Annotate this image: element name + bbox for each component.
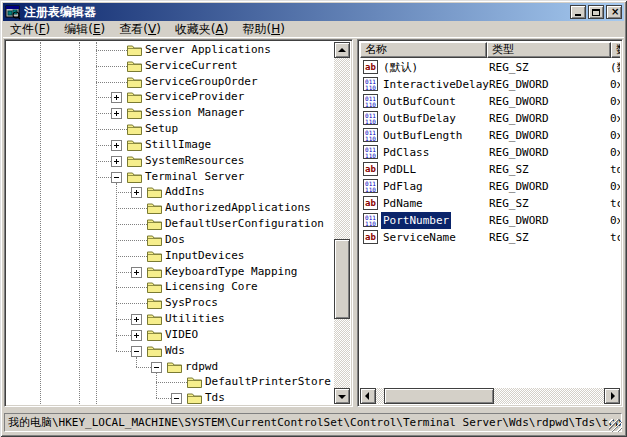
tree-node-label[interactable]: rdpwd — [185, 359, 218, 375]
tree-node[interactable]: DefaultPrinterStore — [7, 374, 334, 390]
value-row[interactable]: abPdDLLREG_SZtd — [360, 161, 620, 178]
tree-node[interactable]: Utilities — [7, 311, 334, 327]
value-row[interactable]: 011110InteractiveDelayREG_DWORD0x — [360, 76, 620, 93]
close-button[interactable]: × — [606, 5, 622, 19]
tree-node-label[interactable]: StillImage — [145, 137, 211, 153]
tree-node[interactable]: Setup — [7, 121, 334, 137]
value-name[interactable]: (默认) — [381, 59, 420, 76]
menu-item-3[interactable]: 收藏夹(A) — [168, 20, 236, 39]
value-row[interactable]: abServiceNameREG_SZtc — [360, 229, 620, 246]
collapse-minus-icon[interactable] — [151, 362, 162, 373]
tree-node[interactable]: Licensing Core — [7, 279, 334, 295]
tree-node-label[interactable]: DefaultPrinterStore — [205, 374, 331, 390]
tree-node-label[interactable]: Server Applications — [145, 42, 271, 58]
value-name[interactable]: PdClass — [381, 144, 431, 161]
tree-node-label[interactable]: Session Manager — [145, 105, 244, 121]
value-row[interactable]: 011110PdClassREG_DWORD0x — [360, 144, 620, 161]
scroll-down-button[interactable] — [334, 388, 350, 404]
tree-scroll-thumb[interactable] — [334, 239, 350, 319]
expand-plus-icon[interactable] — [131, 314, 142, 325]
tree-node-label[interactable]: Licensing Core — [165, 279, 258, 295]
collapse-minus-icon[interactable] — [171, 393, 182, 404]
value-row[interactable]: 011110OutBufDelayREG_DWORD0x — [360, 110, 620, 127]
tree-node-label[interactable]: ServiceCurrent — [145, 58, 238, 74]
tree-node[interactable]: AuthorizedApplications — [7, 200, 334, 216]
value-name[interactable]: ServiceName — [381, 229, 458, 246]
menu-item-2[interactable]: 查看(V) — [112, 20, 168, 39]
tree-node-label[interactable]: ServiceGroupOrder — [145, 74, 258, 90]
column-header-0[interactable]: 名称 — [360, 42, 487, 58]
tree-node-label[interactable]: ServiceProvider — [145, 89, 244, 105]
value-name[interactable]: PortNumber — [381, 212, 451, 229]
expand-plus-icon[interactable] — [111, 92, 122, 103]
value-name[interactable]: InteractiveDelay — [381, 76, 491, 93]
tree-node[interactable]: Session Manager — [7, 105, 334, 121]
menu-item-1[interactable]: 编辑(E) — [57, 20, 112, 39]
tree-node-label[interactable]: Setup — [145, 121, 178, 137]
expand-plus-icon[interactable] — [131, 330, 142, 341]
tree-node[interactable]: StillImage — [7, 137, 334, 153]
value-name[interactable]: PdName — [381, 195, 425, 212]
tree-node[interactable]: Dos — [7, 232, 334, 248]
tree-node[interactable]: rdpwd — [7, 359, 334, 375]
collapse-minus-icon[interactable] — [111, 172, 122, 183]
column-header-1[interactable]: 类型 — [487, 42, 611, 58]
value-name[interactable]: OutBufCount — [381, 93, 458, 110]
list-scroll-thumb[interactable] — [384, 388, 494, 404]
tree-node-label[interactable]: DefaultUserConfiguration — [165, 216, 324, 232]
tree-node[interactable]: DefaultUserConfiguration — [7, 216, 334, 232]
tree-node-label[interactable]: Terminal Server — [145, 169, 244, 185]
column-header-2[interactable]: 数据 — [611, 42, 620, 58]
tree-node-label[interactable]: InputDevices — [165, 248, 244, 264]
tree-node-label[interactable]: Tds — [205, 390, 225, 404]
tree-node[interactable]: Server Applications — [7, 42, 334, 58]
tree-node[interactable]: SysProcs — [7, 295, 334, 311]
tree-node[interactable]: ServiceGroupOrder — [7, 74, 334, 90]
tree-node[interactable]: Tds — [7, 390, 334, 404]
value-name[interactable]: OutBufLength — [381, 127, 464, 144]
tree-vertical-scrollbar[interactable] — [334, 42, 350, 404]
scroll-right-button[interactable] — [604, 388, 620, 404]
resize-grip[interactable] — [609, 419, 622, 432]
value-row[interactable]: 011110OutBufCountREG_DWORD0x — [360, 93, 620, 110]
tree-node[interactable]: ServiceProvider — [7, 89, 334, 105]
value-row[interactable]: 011110PortNumberREG_DWORD0x — [360, 212, 620, 229]
collapse-minus-icon[interactable] — [131, 346, 142, 357]
titlebar[interactable]: 注册表编辑器 × — [3, 3, 624, 21]
tree-node[interactable]: Wds — [7, 343, 334, 359]
tree-node[interactable]: SystemResources — [7, 153, 334, 169]
tree-node[interactable]: VIDEO — [7, 327, 334, 343]
value-name[interactable]: PdDLL — [381, 161, 418, 178]
tree-node-label[interactable]: VIDEO — [165, 327, 198, 343]
tree-node[interactable]: AddIns — [7, 184, 334, 200]
maximize-button[interactable] — [588, 5, 604, 19]
tree-node[interactable]: InputDevices — [7, 248, 334, 264]
expand-plus-icon[interactable] — [131, 267, 142, 278]
expand-plus-icon[interactable] — [111, 156, 122, 167]
tree-node-label[interactable]: SysProcs — [165, 295, 218, 311]
menu-item-0[interactable]: 文件(F) — [3, 20, 57, 39]
tree-node-label[interactable]: Wds — [165, 343, 185, 359]
menu-item-4[interactable]: 帮助(H) — [235, 20, 291, 39]
tree-node-label[interactable]: AuthorizedApplications — [165, 200, 311, 216]
tree-node-label[interactable]: Utilities — [165, 311, 225, 327]
scroll-up-button[interactable] — [334, 42, 350, 58]
expand-plus-icon[interactable] — [111, 108, 122, 119]
tree-node-label[interactable]: KeyboardType Mapping — [165, 264, 297, 280]
tree-node-label[interactable]: AddIns — [165, 184, 205, 200]
tree-node[interactable]: Terminal Server — [7, 169, 334, 185]
tree-node[interactable]: KeyboardType Mapping — [7, 264, 334, 280]
list-horizontal-scrollbar[interactable] — [360, 388, 620, 404]
expand-plus-icon[interactable] — [111, 140, 122, 151]
value-row[interactable]: 011110PdFlagREG_DWORD0x — [360, 178, 620, 195]
tree-node-label[interactable]: SystemResources — [145, 153, 244, 169]
value-name[interactable]: OutBufDelay — [381, 110, 458, 127]
expand-plus-icon[interactable] — [131, 187, 142, 198]
value-name[interactable]: PdFlag — [381, 178, 425, 195]
tree-node-label[interactable]: Dos — [165, 232, 185, 248]
value-row[interactable]: abPdNameREG_SZtc — [360, 195, 620, 212]
value-row[interactable]: 011110OutBufLengthREG_DWORD0x — [360, 127, 620, 144]
value-row[interactable]: ab(默认)REG_SZ(数值未设置) — [360, 59, 620, 76]
minimize-button[interactable] — [570, 5, 586, 19]
tree-node[interactable]: ServiceCurrent — [7, 58, 334, 74]
